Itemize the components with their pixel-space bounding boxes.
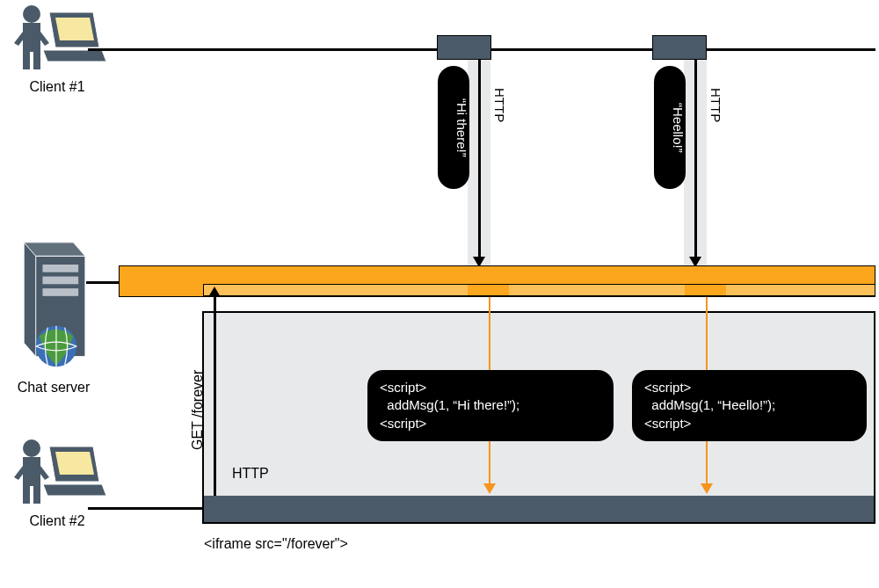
server-label: Chat server [5, 380, 102, 396]
client2-label: Client #2 [9, 513, 105, 529]
svg-rect-8 [23, 486, 30, 504]
svg-rect-2 [33, 52, 40, 69]
svg-rect-4 [42, 277, 78, 285]
server-bar-stream [203, 284, 875, 296]
client1-icon [14, 4, 111, 74]
http-vlabel-2: HTTP [708, 88, 723, 122]
svg-rect-3 [42, 265, 78, 272]
script-open: <script> [380, 379, 601, 396]
server-network-line [86, 281, 121, 284]
client1-label: Client #1 [9, 79, 105, 95]
script-bubble-2: <script> addMsg(1, “Heello!”); <script> [632, 370, 867, 441]
stream-arrow-2-head [701, 483, 713, 494]
script-body: addMsg(1, “Heello!”); [644, 396, 854, 414]
pill-msg-1: “Hi there!” [438, 66, 469, 189]
http-vlabel-1: HTTP [492, 88, 507, 122]
svg-rect-9 [33, 486, 40, 504]
iframe-caption: <iframe src="/forever"> [204, 536, 348, 552]
iframe-bottom-bar [204, 496, 874, 522]
script-close: <script> [380, 415, 601, 432]
get-arrow-line [214, 295, 216, 506]
svg-point-7 [23, 439, 40, 457]
client1-conn-box-1 [437, 35, 491, 60]
client1-conn-box-2 [652, 35, 707, 60]
stream-segment-1 [468, 285, 509, 295]
pill-msg-2: “Heello!” [654, 66, 686, 189]
http-arrow-1-line [478, 60, 481, 258]
svg-rect-5 [42, 288, 78, 296]
stream-segment-2 [685, 285, 726, 295]
client2-network-line [88, 507, 204, 510]
script-open: <script> [644, 379, 854, 396]
client2-icon [14, 438, 111, 508]
script-body: addMsg(1, “Hi there!”); [380, 396, 601, 414]
svg-point-0 [23, 5, 40, 23]
get-arrow-head [208, 287, 221, 297]
svg-rect-1 [23, 52, 30, 69]
http-arrow-2-line [694, 60, 697, 258]
stream-arrow-1-head [483, 483, 496, 494]
http-frame-label: HTTP [232, 466, 269, 482]
get-label: GET /forever [190, 370, 206, 450]
server-icon [16, 237, 95, 374]
script-bubble-1: <script> addMsg(1, “Hi there!”); <script… [367, 370, 614, 441]
script-close: <script> [644, 415, 854, 432]
